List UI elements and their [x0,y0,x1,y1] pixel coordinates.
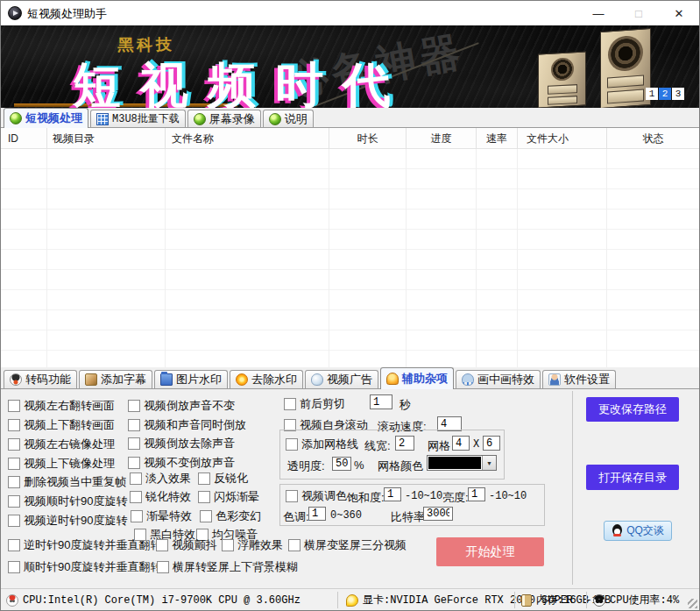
checkbox-mirror-vertical[interactable]: 视频上下镜像处理 [8,456,115,472]
checkbox-landscape-split3[interactable]: 横屏变竖屏三分视频 [288,537,407,553]
checkbox-unsharpen[interactable]: 反锐化 [198,471,248,487]
checkbox-fade-in[interactable]: 淡入效果 [130,471,191,487]
checkbox-dedupe-frames[interactable]: 删除视频当中重复帧 [8,474,126,490]
banner-page-3[interactable]: 3 [672,88,684,100]
minimize-button[interactable]: — [578,1,619,25]
col-video-dir[interactable]: 视频目录 [47,128,166,149]
grid-opacity-input[interactable] [332,457,351,471]
grid-width-label: 线宽: [364,438,391,454]
brightness-label: 亮度: [442,490,469,506]
start-process-button[interactable]: 开始处理 [436,537,544,566]
change-save-path-button[interactable]: 更改保存路径 [586,397,679,422]
app-window: 短视频处理助手 — □ ✕ 必备神器 黑科技 短视频时代 1 2 3 [0,0,700,611]
brightness-input[interactable] [468,487,485,501]
resize-grip[interactable] [688,599,697,608]
saturation-range: -10~10 [405,490,442,502]
statusbar-memory: 内存:16GB [521,589,589,611]
qq-chat-button[interactable]: QQ交谈 [604,521,672,541]
checkbox-vignette[interactable]: 渐晕特效 [131,508,192,524]
speaker-image-small [538,52,586,108]
checkbox-trim[interactable]: 前后剪切 [284,396,345,412]
tab-screen-record[interactable]: 屏幕录像 [187,110,261,127]
checkbox-flip-vertical[interactable]: 视频上下翻转画面 [8,417,115,433]
tab-add-subtitle[interactable]: 添加字幕 [79,370,152,388]
tab-remove-watermark[interactable]: 去除水印 [230,370,303,388]
transcode-icon [10,373,22,386]
checkbox-rotate-cw-90[interactable]: 视频顺时针90度旋转 [8,494,127,509]
tool-tab-bar: 转码功能 添加字幕 图片水印 去除水印 视频广告 辅助杂项 画中画特效 软件设 [1,367,699,389]
file-table: ID 视频目录 文件名称 时长 进度 速率 文件大小 状态 [1,128,699,367]
checkbox-reverse-keep-audio[interactable]: 视频倒放声音不变 [128,398,235,414]
table-body[interactable] [1,149,699,367]
tab-image-watermark[interactable]: 图片水印 [154,370,228,388]
tab-short-video-process[interactable]: 短视频处理 [4,108,88,128]
subtitle-icon [85,373,97,386]
memory-icon [521,594,532,607]
cloud-icon [311,373,323,386]
folder-icon [160,373,173,386]
cpu-icon [6,594,18,607]
banner-page-1[interactable]: 1 [646,88,658,100]
chevron-down-icon[interactable]: ▼ [482,456,496,470]
checkbox-video-shake[interactable]: 视频颤抖 [156,537,217,553]
options-panel: 视频左右翻转画面 视频上下翻转画面 视频左右镜像处理 视频上下镜像处理 删除视频… [1,389,699,588]
tab-transcode[interactable]: 转码功能 [4,370,77,388]
banner: 必备神器 黑科技 短视频时代 1 2 3 [1,25,699,108]
col-duration[interactable]: 时长 [329,128,407,149]
trim-unit-label: 秒 [399,397,411,413]
screen-record-icon [194,113,206,125]
person-icon [548,373,561,386]
col-file-size[interactable]: 文件大小 [518,128,607,149]
checkbox-emboss[interactable]: 浮雕效果 [222,537,283,553]
grid-cells-label: 网格 [428,438,450,454]
app-icon [8,6,22,20]
brightness-range: -10~10 [489,490,527,502]
trim-seconds-input[interactable] [370,394,392,409]
tab-m3u8-batch-download[interactable]: M3U8批量下载 [90,110,186,127]
saturation-input[interactable] [384,487,401,501]
panda-icon [593,594,605,607]
grid-rows-input[interactable] [483,436,500,451]
statusbar-separator [514,592,515,608]
tab-video-ad[interactable]: 视频广告 [305,370,378,388]
col-file-name[interactable]: 文件名称 [166,128,329,149]
speaker-woofer [608,35,643,73]
banner-badge: 黑科技 [117,34,175,55]
checkbox-audio-reverse-only[interactable]: 视频不变倒放声音 [128,455,235,471]
checkbox-rotate-ccw-90[interactable]: 视频逆时针90度旋转 [8,513,127,529]
col-speed[interactable]: 速率 [477,128,518,149]
checkbox-color-shift[interactable]: 色彩变幻 [200,508,261,524]
col-progress[interactable]: 进度 [407,128,477,149]
grid-cols-input[interactable] [452,436,470,451]
checkbox-flip-horizontal[interactable]: 视频左右翻转画面 [8,398,115,414]
checkbox-flicker-vignette[interactable]: 闪烁渐晕 [198,489,259,505]
banner-page-2[interactable]: 2 [659,88,671,100]
tab-settings[interactable]: 软件设置 [542,370,616,388]
banner-pagination: 1 2 3 [645,88,684,100]
checkbox-mirror-horizontal[interactable]: 视频左右镜像处理 [8,437,115,452]
grid-color-dropdown[interactable]: ▼ [427,455,497,471]
bitrate-input[interactable] [423,507,453,521]
checkbox-rotate-cw-90-vflip[interactable]: 顺时针90度旋转并垂直翻转 [8,559,161,575]
col-id[interactable]: ID [1,128,47,149]
checkbox-landscape-blur-bg[interactable]: 横屏转竖屏上下背景模糊 [157,559,298,575]
tab-misc-tools[interactable]: 辅助杂项 [380,367,454,389]
checkbox-add-grid[interactable]: 添加网格线 [286,437,358,452]
tab-help[interactable]: 说明 [263,110,314,127]
qq-penguin-icon [612,524,623,537]
col-status[interactable]: 状态 [607,128,699,149]
titlebar[interactable]: 短视频处理助手 — □ ✕ [1,1,699,25]
close-button[interactable]: ✕ [659,1,699,25]
video-process-icon [10,112,22,124]
tab-pip-effects[interactable]: 画中画特效 [456,370,541,388]
grid-opacity-label: 透明度: [287,458,325,474]
checkbox-sharpen[interactable]: 锐化特效 [130,489,191,505]
hue-input[interactable] [308,507,326,521]
grid-width-input[interactable] [395,436,414,451]
statusbar-cpu: CPU:Intel(R) Core(TM) i7-9700K CPU @ 3.6… [6,589,301,611]
checkbox-video-tint[interactable]: 视频调色 [286,488,347,504]
open-save-dir-button[interactable]: 打开保存目录 [586,465,679,490]
checkbox-reverse-remove-audio[interactable]: 视频倒放去除声音 [128,436,235,451]
hue-label: 色调: [283,509,309,525]
checkbox-reverse-video-audio[interactable]: 视频和声音同时倒放 [128,417,246,433]
